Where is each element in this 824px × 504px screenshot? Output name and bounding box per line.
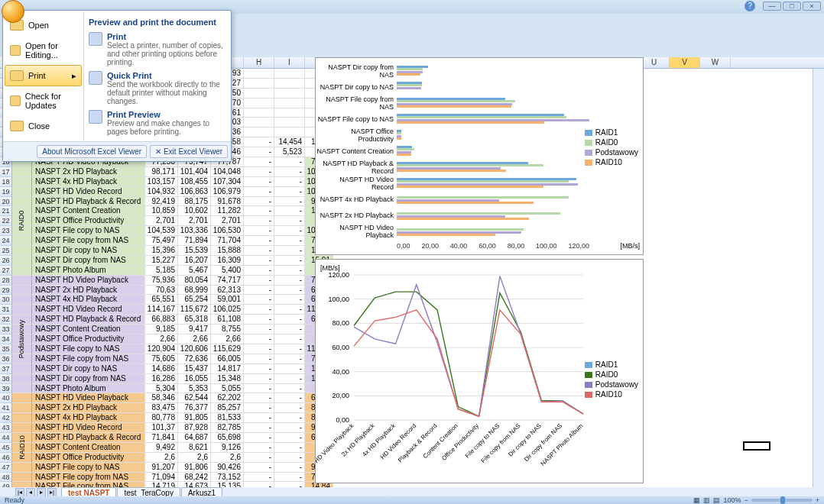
row-header[interactable]: 44	[0, 433, 12, 443]
line-chart[interactable]: 0,0020,0040,0060,0080,00100,00120,00HD V…	[315, 259, 644, 483]
row-header[interactable]: 37	[0, 364, 12, 374]
cell[interactable]: 83,475	[145, 403, 178, 413]
cell[interactable]: -	[274, 266, 305, 276]
view-break-icon[interactable]: ▤	[713, 496, 720, 504]
cell[interactable]: -	[244, 197, 274, 207]
cell[interactable]: 5,353	[178, 384, 211, 394]
vertical-scrollbar[interactable]	[813, 69, 824, 487]
zoom-in-button[interactable]: +	[816, 496, 819, 504]
cell[interactable]: 10,602	[178, 206, 211, 216]
cell[interactable]: 15,348	[211, 374, 244, 384]
cell[interactable]: 80,778	[145, 413, 178, 423]
cell[interactable]: -	[274, 206, 305, 216]
cell[interactable]: 71,704	[211, 236, 244, 246]
cell[interactable]: -	[244, 157, 274, 167]
cell[interactable]: -	[274, 433, 305, 443]
cell[interactable]: -	[244, 147, 274, 157]
cell[interactable]: 101,404	[178, 167, 211, 177]
cell[interactable]: -	[274, 413, 305, 423]
cell[interactable]: -	[244, 384, 274, 394]
col-header-V[interactable]: V	[670, 57, 700, 68]
cell[interactable]: 14,817	[211, 364, 244, 374]
cell[interactable]: 8,621	[178, 443, 211, 453]
row-header[interactable]: 46	[0, 453, 12, 463]
cell[interactable]: -	[244, 226, 274, 236]
cell[interactable]: 65,318	[178, 315, 211, 325]
row-header[interactable]: 30	[0, 295, 12, 305]
view-layout-icon[interactable]: ▥	[703, 496, 710, 504]
row-header[interactable]: 48	[0, 473, 12, 483]
cell[interactable]: 91,678	[211, 197, 244, 207]
cell[interactable]: 62,202	[211, 393, 244, 403]
cell[interactable]: 15,396	[145, 246, 178, 256]
cell[interactable]: -	[274, 463, 305, 473]
cell[interactable]: 104,932	[145, 187, 178, 197]
cell[interactable]: 76,377	[178, 403, 211, 413]
cell[interactable]: -	[244, 256, 274, 266]
cell[interactable]: -	[274, 216, 305, 226]
cell[interactable]: -	[244, 354, 274, 364]
cell[interactable]: 15,539	[178, 246, 211, 256]
view-normal-icon[interactable]: ▦	[693, 496, 700, 504]
row-header[interactable]: 20	[0, 197, 12, 207]
cell[interactable]	[274, 89, 305, 99]
zoom-out-button[interactable]: −	[744, 496, 748, 504]
cell[interactable]	[274, 99, 305, 108]
cell[interactable]: -	[274, 197, 305, 207]
cell[interactable]: 2,701	[178, 216, 211, 226]
menu-opt-quick-print[interactable]: Quick PrintSend the workbook directly to…	[87, 69, 228, 108]
cell[interactable]: 59,001	[211, 295, 244, 305]
cell[interactable]: 9,185	[145, 325, 178, 334]
cell[interactable]: 68,242	[178, 473, 211, 483]
cell[interactable]: -	[244, 216, 274, 226]
cell[interactable]: 75,605	[145, 354, 178, 364]
cell[interactable]: 66,005	[211, 354, 244, 364]
cell[interactable]: -	[274, 295, 305, 305]
cell[interactable]: 106,979	[211, 187, 244, 197]
cell[interactable]: 115,629	[211, 344, 244, 354]
cell[interactable]: -	[244, 246, 274, 256]
cell[interactable]: 91,806	[178, 463, 211, 473]
cell[interactable]: 87,928	[178, 423, 211, 433]
cell[interactable]: 16,286	[145, 374, 178, 384]
cell[interactable]	[274, 118, 305, 128]
cell[interactable]: -	[274, 236, 305, 246]
cell[interactable]: -	[244, 177, 274, 187]
cell[interactable]: 81,533	[211, 413, 244, 423]
col-header-H[interactable]: H	[244, 57, 274, 68]
cell[interactable]: 106,863	[178, 187, 211, 197]
cell[interactable]: -	[244, 364, 274, 374]
cell[interactable]: 115,672	[178, 305, 211, 315]
cell[interactable]: 114,167	[145, 305, 178, 315]
cell[interactable]: 106,025	[211, 305, 244, 315]
cell[interactable]: -	[274, 423, 305, 433]
cell[interactable]	[244, 128, 274, 137]
cell[interactable]: 120,606	[178, 344, 211, 354]
cell[interactable]: 14,454	[274, 137, 305, 147]
cell[interactable]: -	[244, 137, 274, 147]
cell[interactable]: 5,055	[211, 384, 244, 394]
bar-chart[interactable]: NASPT Dir copy from NASNASPT Dir copy to…	[315, 57, 644, 255]
cell[interactable]: -	[244, 325, 274, 334]
row-header[interactable]: 42	[0, 413, 12, 423]
cell[interactable]: -	[244, 305, 274, 315]
row-header[interactable]: 28	[0, 276, 12, 286]
cell[interactable]	[244, 89, 274, 99]
cell[interactable]: 16,055	[178, 374, 211, 384]
cell[interactable]: -	[244, 295, 274, 305]
cell[interactable]: -	[244, 276, 274, 286]
cell[interactable]: -	[274, 325, 305, 334]
cell[interactable]: -	[244, 453, 274, 463]
row-header[interactable]: 27	[0, 266, 12, 276]
cell[interactable]: 107,304	[211, 177, 244, 187]
cell[interactable]	[244, 79, 274, 89]
cell[interactable]	[274, 79, 305, 89]
cell[interactable]: 64,687	[178, 433, 211, 443]
cell[interactable]: 2,66	[178, 334, 211, 344]
cell[interactable]: -	[274, 305, 305, 315]
cell[interactable]: 65,254	[178, 295, 211, 305]
help-icon[interactable]: ?	[745, 1, 755, 11]
row-header[interactable]: 38	[0, 374, 12, 384]
cell[interactable]: 9,417	[178, 325, 211, 334]
cell[interactable]: -	[274, 403, 305, 413]
